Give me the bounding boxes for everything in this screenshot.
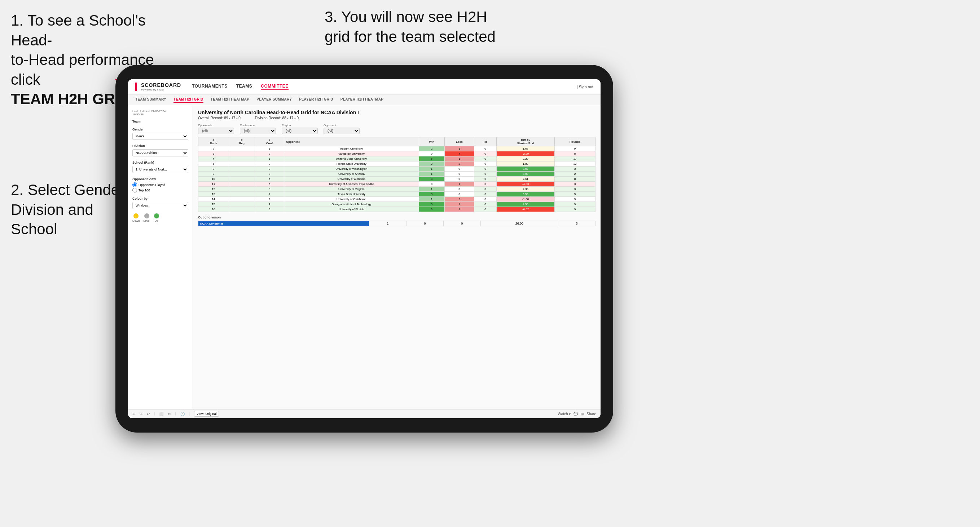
legend-level-label: Level — [143, 219, 150, 222]
cell-reg — [229, 187, 255, 192]
toolbar-sep1: | — [154, 412, 155, 416]
cell-diff: -6.62 — [497, 207, 555, 212]
out-win: 1 — [369, 221, 407, 226]
cell-diff: 2.33 — [497, 187, 555, 192]
toolbar-present[interactable]: ⊞ — [581, 412, 584, 416]
cell-rank: 10 — [198, 177, 229, 182]
sub-nav-team-summary[interactable]: TEAM SUMMARY — [135, 97, 166, 103]
toolbar-redo[interactable]: ↪ — [140, 412, 143, 416]
sub-nav: TEAM SUMMARY TEAM H2H GRID TEAM H2H HEAT… — [128, 94, 601, 105]
toolbar-back[interactable]: ↩ — [147, 412, 150, 416]
conference-label: Conference — [240, 124, 276, 127]
division-record: Division Record: 88 - 17 - 0 — [255, 116, 299, 120]
cell-loss: 4 — [444, 151, 474, 156]
cell-opponent: Georgia Institute of Technology — [284, 202, 419, 207]
nav-links: TOURNAMENTS TEAMS COMMITTEE — [192, 84, 566, 90]
cell-conf: 1 — [255, 146, 284, 151]
radio-opponents-played[interactable]: Opponents Played — [132, 183, 188, 187]
cell-rank: 4 — [198, 156, 229, 162]
out-of-division-row: NCAA Division II 1 0 0 26.00 3 — [198, 221, 595, 226]
nav-tournaments[interactable]: TOURNAMENTS — [192, 84, 228, 90]
cell-diff: 3.67 — [497, 167, 555, 171]
cell-rank: 12 — [198, 187, 229, 192]
opponents-select[interactable]: (All) — [198, 128, 234, 134]
radio-top100-label: Top 100 — [138, 189, 150, 192]
conference-select[interactable]: (All) — [240, 128, 276, 134]
cell-tie: 0 — [474, 162, 496, 167]
opponents-label: Opponents: — [198, 124, 234, 127]
cell-loss: 0 — [444, 171, 474, 177]
toolbar-comment[interactable]: 💬 — [573, 412, 578, 416]
legend-up-circle — [154, 213, 159, 218]
radio-top100-input[interactable] — [132, 188, 137, 192]
opponent-view-section: Opponent View Opponents Played Top 100 — [132, 177, 188, 192]
cell-tie: 0 — [474, 202, 496, 207]
region-filter: Region (All) — [282, 124, 318, 134]
color-legend: Down Level Up — [132, 213, 188, 222]
cell-tie: 0 — [474, 207, 496, 212]
cell-opponent: University of Florida — [284, 207, 419, 212]
gender-select[interactable]: Men's Women's — [132, 133, 188, 140]
tablet-device: SCOREBOARD Powered by clippi TOURNAMENTS… — [115, 65, 613, 433]
table-row: 10 5 University of Alabama 3 0 0 2.61 8 — [198, 177, 595, 182]
cell-opponent: University of Alabama — [284, 177, 419, 182]
col-rank: #Rank — [198, 137, 229, 146]
cell-tie: 0 — [474, 146, 496, 151]
gender-section: Gender Men's Women's — [132, 128, 188, 140]
cell-rounds: 9 — [555, 207, 595, 212]
col-reg: #Reg — [229, 137, 255, 146]
cell-diff: -1.00 — [497, 197, 555, 202]
sub-nav-team-h2h-grid[interactable]: TEAM H2H GRID — [173, 97, 204, 103]
toolbar-clock[interactable]: 🕐 — [180, 412, 185, 416]
opponents-filter: Opponents: (All) — [198, 124, 234, 134]
left-panel: Last Updated: 27/03/2024 16:55:38 Team G… — [128, 105, 193, 409]
cell-win: 5 — [419, 156, 444, 162]
cell-rounds: 2 — [555, 171, 595, 177]
table-row: 8 2 University of Washington 1 0 0 3.67 … — [198, 167, 595, 171]
sign-out[interactable]: | Sign out — [577, 85, 593, 89]
legend-up: Up — [154, 213, 159, 222]
annotation-3: 3. You will now see H2H grid for the tea… — [325, 7, 555, 46]
out-tie: 0 — [443, 221, 480, 226]
cell-opponent: Florida State University — [284, 162, 419, 167]
cell-reg — [229, 177, 255, 182]
radio-opponents-played-input[interactable] — [132, 183, 137, 187]
sub-nav-player-h2h-heatmap[interactable]: PLAYER H2H HEATMAP — [340, 97, 383, 103]
col-tie: Tie — [474, 137, 496, 146]
cell-rounds: 9 — [555, 146, 595, 151]
toolbar-cut[interactable]: ✂ — [168, 412, 170, 416]
cell-conf: 1 — [255, 192, 284, 197]
content-area: Last Updated: 27/03/2024 16:55:38 Team G… — [128, 105, 601, 409]
cell-rank: 3 — [198, 151, 229, 156]
toolbar-share[interactable]: Share — [587, 412, 596, 416]
colour-label: Colour by — [132, 197, 188, 200]
toolbar-view-button[interactable]: View: Original — [194, 411, 219, 417]
table-row: 2 1 Auburn University 2 1 0 1.67 9 — [198, 146, 595, 151]
sub-nav-player-summary[interactable]: PLAYER SUMMARY — [256, 97, 292, 103]
cell-diff: 1.67 — [497, 146, 555, 151]
cell-rank: 8 — [198, 167, 229, 171]
grid-title: University of North Carolina Head-to-Hea… — [198, 110, 595, 115]
toolbar-watch[interactable]: Watch ▾ — [558, 412, 571, 416]
sub-nav-player-h2h-grid[interactable]: PLAYER H2H GRID — [299, 97, 333, 103]
table-row: 6 2 Florida State University 2 2 0 1.83 … — [198, 162, 595, 167]
cell-win: 1 — [419, 167, 444, 171]
cell-rounds: 9 — [555, 197, 595, 202]
nav-committee[interactable]: COMMITTEE — [261, 84, 288, 90]
toolbar-copy[interactable]: ⬜ — [159, 412, 163, 416]
opponent-select[interactable]: (All) — [323, 128, 360, 134]
cell-rounds: 12 — [555, 162, 595, 167]
toolbar-undo[interactable]: ↩ — [132, 412, 135, 416]
nav-teams[interactable]: TEAMS — [236, 84, 253, 90]
division-select[interactable]: NCAA Division I NCAA Division II — [132, 149, 188, 156]
school-select[interactable]: 1. University of Nort... — [132, 166, 188, 173]
logo-sub: Powered by clippi — [141, 88, 181, 91]
legend-down: Down — [132, 213, 140, 222]
cell-conf: 3 — [255, 187, 284, 192]
sub-nav-team-h2h-heatmap[interactable]: TEAM H2H HEATMAP — [211, 97, 249, 103]
region-select[interactable]: (All) — [282, 128, 318, 134]
radio-top100[interactable]: Top 100 — [132, 188, 188, 192]
colour-select[interactable]: Win/loss — [132, 202, 188, 209]
cell-win: 1 — [419, 171, 444, 177]
cell-win: 2 — [419, 146, 444, 151]
